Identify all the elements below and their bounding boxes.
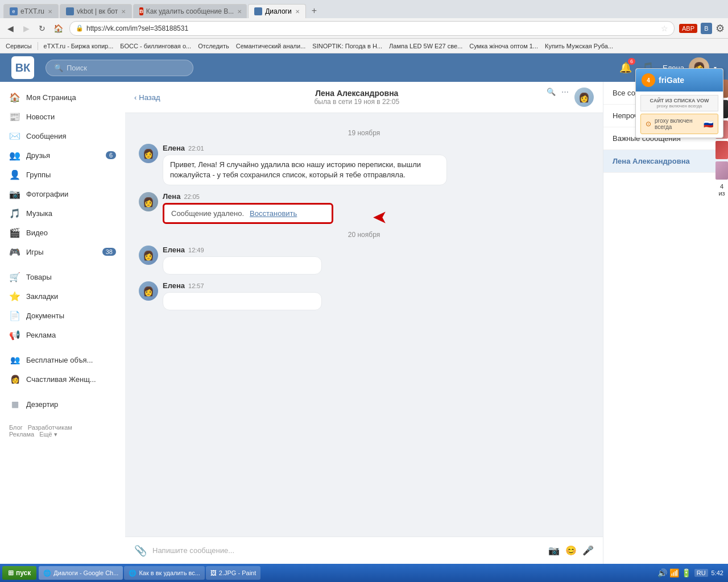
message-input[interactable] <box>152 543 543 558</box>
more-options-icon[interactable]: ⋯ <box>561 88 569 107</box>
emoji-icon[interactable]: 😊 <box>565 545 577 556</box>
sidebar-item-music[interactable]: 🎵 Музыка <box>0 203 125 223</box>
tab-close-3[interactable]: ✕ <box>237 9 242 15</box>
vk-plugin-icon[interactable]: В <box>701 23 712 34</box>
frigate-panel: 4 friGate САЙТ ИЗ СПИСКА VOW proxy включ… <box>635 68 723 138</box>
tab-delete-msg[interactable]: B Как удалить сообщение В... ✕ <box>133 4 247 18</box>
taskbar-icon-1: 🌐 <box>43 569 51 577</box>
contact-status: была в сети 19 ноя в 22:05 <box>167 98 547 106</box>
sidebar-item-photos[interactable]: 📷 Фотографии <box>0 184 125 203</box>
ads-label: Реклама <box>26 331 116 339</box>
sidebar-item-happy-woman[interactable]: 👩 Счастливая Женщ... <box>0 369 125 389</box>
sidebar-item-ads[interactable]: 📢 Реклама <box>0 325 125 344</box>
tab-close-1[interactable]: ✕ <box>48 9 52 15</box>
msg-bubble-4 <box>163 292 322 310</box>
taskbar-time: 5:42 <box>712 569 723 577</box>
footer-more[interactable]: Ещё ▾ <box>39 431 57 438</box>
taskbar-item-3[interactable]: 🖼 2.JPG - Paint <box>206 566 260 580</box>
attach-icon[interactable]: 📎 <box>134 544 147 557</box>
thumb-5[interactable] <box>715 161 728 180</box>
sidebar-item-news[interactable]: 📰 Новости <box>0 107 125 126</box>
sidebar-item-docs[interactable]: 📄 Документы <box>0 306 125 325</box>
sidebar-item-market[interactable]: 🛒 Товары <box>0 267 125 286</box>
tray-icon-2[interactable]: 📶 <box>669 568 679 577</box>
thumb-4[interactable] <box>715 141 728 159</box>
new-tab-btn[interactable]: + <box>307 3 321 18</box>
notifications-bell[interactable]: 🔔 6 <box>619 61 632 74</box>
messages-container: ‹ Назад Лена Александровна была в сети 1… <box>125 82 603 564</box>
tab-vkbot[interactable]: vkbot | вк бот ✕ <box>60 4 132 18</box>
restore-link[interactable]: Восстановить <box>250 209 297 218</box>
bookmark-sinoptik[interactable]: SINOPTIK: Погода в Н... <box>310 41 384 51</box>
message-row-2: 👩 Лена 22:05 Сообщение удалено. Восстано… <box>134 192 594 224</box>
bookmarks-bar: Сервисы eTXT.ru - Биржа копир... БОСС - … <box>0 39 728 53</box>
photos-icon: 📷 <box>9 188 20 199</box>
bookmarks-icon: ⭐ <box>9 290 20 302</box>
tray-icon-3[interactable]: 🔋 <box>681 568 691 577</box>
ads-icon: 📢 <box>9 329 20 340</box>
sidebar-item-bookmarks[interactable]: ⭐ Закладки <box>0 286 125 306</box>
language-indicator[interactable]: RU <box>694 569 708 577</box>
footer-ad[interactable]: Реклама <box>9 431 34 438</box>
sidebar-item-groups[interactable]: 👤 Группы <box>0 165 125 184</box>
search-input[interactable] <box>67 64 180 72</box>
conversation-info: Лена Александровна была в сети 19 ноя в … <box>167 89 547 106</box>
bookmark-sumka[interactable]: Сумка жіноча оптом 1... <box>467 41 540 51</box>
tab-close-4[interactable]: ✕ <box>295 9 300 15</box>
tray-icon-1[interactable]: 🔊 <box>657 568 667 577</box>
frigate-header: 4 friGate <box>636 69 723 92</box>
nav-right: ABP В ⚙ <box>679 22 725 35</box>
sidebar-item-video[interactable]: 🎬 Видео <box>0 223 125 242</box>
taskbar-item-1[interactable]: 🌐 Диалоги - Google Ch... <box>39 566 123 580</box>
bookmark-servisy[interactable]: Сервисы <box>3 41 34 51</box>
star-icon[interactable]: ☆ <box>661 24 668 33</box>
sidebar-item-mypage[interactable]: 🏠 Моя Страница <box>0 88 125 107</box>
taskbar-item-2[interactable]: 🌐 Как в вк удалить вс... <box>124 566 204 580</box>
forward-nav-btn[interactable]: ▶ <box>19 22 33 35</box>
home-btn[interactable]: 🏠 <box>51 22 65 35</box>
messages-label: Сообщения <box>26 132 116 140</box>
settings-icon[interactable]: ⚙ <box>715 22 725 35</box>
bookmark-boss[interactable]: БОСС - биллинговая о... <box>118 41 193 51</box>
bookmark-semantic[interactable]: Семантический анали... <box>234 41 308 51</box>
start-button[interactable]: ⊞ пуск <box>2 566 36 580</box>
bookmark-etxt[interactable]: eTXT.ru - Биржа копир... <box>42 41 116 51</box>
messages-icon: ✉️ <box>9 130 20 142</box>
back-button[interactable]: ‹ Назад <box>134 93 160 102</box>
camera-icon[interactable]: 📷 <box>548 545 560 556</box>
bookmark-lampa[interactable]: Лампа LED 5W E27 све... <box>387 41 465 51</box>
tab-close-2[interactable]: ✕ <box>121 9 126 15</box>
start-label: пуск <box>16 569 31 577</box>
vk-logo[interactable]: ВК <box>11 56 34 79</box>
tab-favicon-2 <box>66 7 74 15</box>
docs-icon: 📄 <box>9 310 20 321</box>
frigate-title: friGate <box>659 76 684 85</box>
sidebar-item-games[interactable]: 🎮 Игры 38 <box>0 242 125 261</box>
mic-icon[interactable]: 🎤 <box>582 545 594 556</box>
bookmark-kupit[interactable]: Купить Мужская Руба... <box>543 41 615 51</box>
msg-sender-4: Елена <box>163 281 185 290</box>
frigate-ad[interactable]: САЙТ ИЗ СПИСКА VOW proxy включен всегда <box>640 95 718 111</box>
msg-time-1: 22:01 <box>188 145 204 152</box>
panel-lena[interactable]: Лена Александровна <box>603 150 728 173</box>
sidebar-item-messages[interactable]: ✉️ Сообщения <box>0 126 125 146</box>
vk-search-box[interactable]: 🔍 <box>46 60 193 76</box>
refresh-btn[interactable]: ↻ <box>35 22 49 35</box>
footer-dev[interactable]: Разработчикам <box>28 424 72 431</box>
groups-label: Группы <box>26 171 116 179</box>
tab-etxt[interactable]: e eTXT.ru ✕ <box>3 4 59 18</box>
sidebar-item-free-ads[interactable]: 👥 Бесплатные объя... <box>0 350 125 369</box>
vk-app: ВК 🔍 🔔 6 🎵 Елена 👩 ▾ 🏠 Мо <box>0 53 728 564</box>
sender-avatar-3: 👩 <box>139 246 158 265</box>
abp-icon[interactable]: ABP <box>679 24 697 33</box>
bookmark-otsledit[interactable]: Отследить <box>196 41 231 51</box>
sidebar-item-dezertir[interactable]: ▦ Дезертир <box>0 394 125 414</box>
footer-blog[interactable]: Блог <box>9 424 23 431</box>
search-msg-icon[interactable]: 🔍 <box>547 88 556 107</box>
back-nav-btn[interactable]: ◀ <box>3 22 17 35</box>
tab-dialogs[interactable]: Диалоги ✕ <box>248 4 305 18</box>
groups-icon: 👤 <box>9 169 20 180</box>
music-label: Музыка <box>26 209 116 218</box>
address-bar[interactable]: 🔒 https://vk.com/im?sel=358188531 ☆ <box>69 21 675 36</box>
sidebar-item-friends[interactable]: 👥 Друзья 6 <box>0 146 125 165</box>
